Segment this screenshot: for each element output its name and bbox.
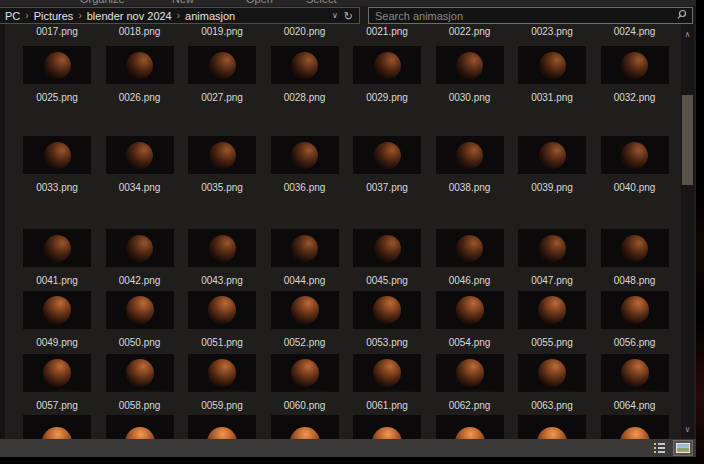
file-item[interactable]: 0046.png bbox=[431, 229, 509, 286]
file-grid-row: 0025.png0026.png0027.png0028.png0029.png… bbox=[5, 46, 678, 103]
file-item[interactable]: 0042.png bbox=[101, 229, 179, 286]
file-item[interactable]: 0059.png bbox=[183, 354, 261, 411]
file-item[interactable]: 0048.png bbox=[596, 229, 674, 286]
file-item[interactable]: 0025.png bbox=[18, 46, 96, 103]
file-item[interactable]: 0037.png bbox=[348, 136, 426, 193]
planet-render-image bbox=[456, 235, 483, 262]
scroll-up-icon[interactable]: ∧ bbox=[681, 28, 694, 42]
search-input[interactable] bbox=[369, 8, 676, 23]
file-item[interactable]: 0051.png bbox=[183, 291, 261, 348]
file-grid-row: 0041.png0042.png0043.png0044.png0045.png… bbox=[5, 229, 678, 286]
breadcrumb-segment[interactable]: blender nov 2024 bbox=[87, 10, 172, 22]
file-item[interactable]: 0027.png bbox=[183, 46, 261, 103]
file-item[interactable]: 0041.png bbox=[18, 229, 96, 286]
file-item[interactable]: 0045.png bbox=[348, 229, 426, 286]
file-item[interactable]: 0028.png bbox=[266, 46, 344, 103]
planet-render-image bbox=[539, 235, 566, 262]
file-item[interactable]: 0035.png bbox=[183, 136, 261, 193]
file-item[interactable]: 0030.png bbox=[431, 46, 509, 103]
scrollbar-thumb[interactable] bbox=[682, 95, 693, 185]
file-item[interactable] bbox=[431, 415, 509, 439]
file-item[interactable]: 0052.png bbox=[266, 291, 344, 348]
details-view-button[interactable] bbox=[652, 440, 666, 456]
ribbon-item-organize[interactable]: Organize bbox=[80, 0, 125, 5]
breadcrumb-segment[interactable]: Pictures bbox=[34, 10, 74, 22]
file-item[interactable]: 0024.png bbox=[596, 24, 674, 37]
file-item[interactable]: 0029.png bbox=[348, 46, 426, 103]
file-item[interactable]: 0022.png bbox=[431, 24, 509, 37]
file-thumbnail bbox=[353, 136, 421, 174]
file-thumbnail bbox=[436, 415, 504, 439]
file-name-label: 0054.png bbox=[449, 337, 491, 348]
file-item[interactable]: 0017.png bbox=[18, 24, 96, 37]
refresh-icon[interactable]: ↻ bbox=[344, 11, 353, 21]
file-name-label: 0045.png bbox=[366, 275, 408, 286]
file-name-label: 0020.png bbox=[284, 26, 326, 37]
scroll-down-icon[interactable]: ∨ bbox=[681, 423, 694, 437]
file-item[interactable] bbox=[18, 415, 96, 439]
planet-render-image bbox=[291, 142, 318, 169]
file-item[interactable]: 0060.png bbox=[266, 354, 344, 411]
planet-render-image bbox=[208, 359, 236, 387]
file-grid-row: 0033.png0034.png0035.png0036.png0037.png… bbox=[5, 136, 678, 193]
file-thumbnail bbox=[601, 136, 669, 174]
planet-render-image bbox=[291, 235, 318, 262]
address-dropdown-icon[interactable]: ∨ bbox=[332, 11, 338, 20]
file-item[interactable]: 0018.png bbox=[101, 24, 179, 37]
file-name-label: 0037.png bbox=[366, 182, 408, 193]
file-item[interactable]: 0034.png bbox=[101, 136, 179, 193]
file-item[interactable]: 0020.png bbox=[266, 24, 344, 37]
file-item[interactable]: 0043.png bbox=[183, 229, 261, 286]
file-item[interactable]: 0050.png bbox=[101, 291, 179, 348]
file-item[interactable] bbox=[101, 415, 179, 439]
file-item[interactable] bbox=[183, 415, 261, 439]
file-item[interactable]: 0047.png bbox=[513, 229, 591, 286]
file-item[interactable]: 0054.png bbox=[431, 291, 509, 348]
ribbon-item-new[interactable]: New bbox=[172, 0, 194, 5]
thumbnail-view-button[interactable] bbox=[673, 440, 693, 456]
file-item[interactable]: 0056.png bbox=[596, 291, 674, 348]
file-item[interactable]: 0039.png bbox=[513, 136, 591, 193]
address-bar[interactable]: PC›Pictures›blender nov 2024›animasjon ∨… bbox=[0, 7, 360, 24]
file-item[interactable]: 0055.png bbox=[513, 291, 591, 348]
file-item[interactable]: 0038.png bbox=[431, 136, 509, 193]
ribbon-item-select[interactable]: Select bbox=[306, 0, 337, 5]
file-item[interactable]: 0062.png bbox=[431, 354, 509, 411]
planet-render-image bbox=[539, 142, 566, 169]
file-item[interactable]: 0023.png bbox=[513, 24, 591, 37]
file-item[interactable] bbox=[266, 415, 344, 439]
planet-render-image bbox=[291, 52, 318, 79]
file-item[interactable]: 0019.png bbox=[183, 24, 261, 37]
file-item[interactable]: 0032.png bbox=[596, 46, 674, 103]
file-grid-row: 0017.png0018.png0019.png0020.png0021.png… bbox=[5, 24, 678, 37]
file-item[interactable] bbox=[596, 415, 674, 439]
breadcrumb-separator-icon: › bbox=[25, 10, 28, 21]
breadcrumb-segment[interactable]: animasjon bbox=[185, 10, 235, 22]
planet-render-image bbox=[621, 52, 648, 79]
breadcrumb-segment[interactable]: PC bbox=[5, 10, 20, 22]
search-box[interactable] bbox=[368, 7, 693, 24]
file-item[interactable]: 0053.png bbox=[348, 291, 426, 348]
file-item[interactable]: 0063.png bbox=[513, 354, 591, 411]
file-item[interactable]: 0049.png bbox=[18, 291, 96, 348]
file-item[interactable]: 0040.png bbox=[596, 136, 674, 193]
file-item[interactable]: 0064.png bbox=[596, 354, 674, 411]
planet-render-image bbox=[209, 142, 236, 169]
file-item[interactable]: 0021.png bbox=[348, 24, 426, 37]
file-item[interactable]: 0031.png bbox=[513, 46, 591, 103]
file-thumbnail bbox=[188, 415, 256, 439]
file-name-label: 0018.png bbox=[119, 26, 161, 37]
file-item[interactable]: 0044.png bbox=[266, 229, 344, 286]
file-name-label: 0033.png bbox=[36, 182, 78, 193]
file-item[interactable] bbox=[513, 415, 591, 439]
file-item[interactable]: 0057.png bbox=[18, 354, 96, 411]
file-item[interactable]: 0026.png bbox=[101, 46, 179, 103]
ribbon-item-open[interactable]: Open bbox=[246, 0, 273, 5]
file-item[interactable]: 0036.png bbox=[266, 136, 344, 193]
file-thumbnail bbox=[106, 46, 174, 84]
file-item[interactable]: 0033.png bbox=[18, 136, 96, 193]
file-item[interactable]: 0058.png bbox=[101, 354, 179, 411]
file-item[interactable] bbox=[348, 415, 426, 439]
file-item[interactable]: 0061.png bbox=[348, 354, 426, 411]
vertical-scrollbar[interactable]: ∧ ∨ bbox=[681, 24, 694, 439]
